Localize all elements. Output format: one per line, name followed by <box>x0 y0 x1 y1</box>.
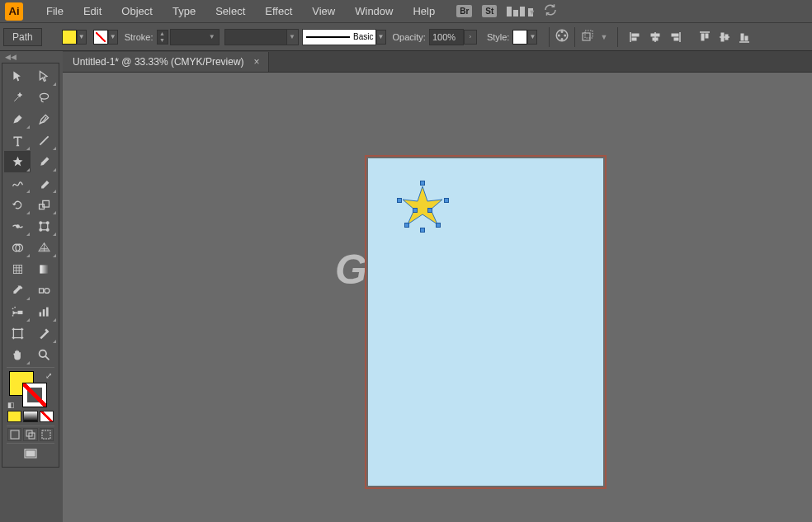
slice-tool[interactable] <box>31 322 57 344</box>
stroke-weight-field[interactable]: ▼ <box>170 29 220 45</box>
variable-width-profile[interactable]: ▼ <box>224 29 299 45</box>
eraser-tool[interactable] <box>31 172 57 194</box>
svg-rect-46 <box>42 309 45 317</box>
paintbrush-tool[interactable] <box>31 151 57 172</box>
stroke-color-box[interactable] <box>22 383 47 407</box>
selection-mode-label[interactable]: Path <box>3 28 42 46</box>
svg-rect-38 <box>40 265 48 273</box>
mesh-tool[interactable] <box>4 258 31 280</box>
stroke-weight-stepper[interactable]: ▲▼ <box>157 30 168 45</box>
column-graph-tool[interactable] <box>31 301 57 322</box>
svg-point-3 <box>564 34 567 36</box>
color-mode-solid[interactable] <box>7 411 21 422</box>
pen-tool[interactable] <box>4 108 31 129</box>
menu-bar: Ai File Edit Object Type Select Effect V… <box>0 0 812 23</box>
fill-dropdown[interactable]: ▼ <box>77 30 87 45</box>
gradient-tool[interactable] <box>31 258 57 280</box>
svg-rect-9 <box>632 38 636 40</box>
align-top-icon[interactable] <box>697 30 712 45</box>
zoom-tool[interactable] <box>31 344 57 365</box>
line-segment-tool[interactable] <box>31 129 57 151</box>
opacity-dropdown[interactable]: › <box>464 30 477 45</box>
shape-builder-tool[interactable] <box>4 237 31 258</box>
type-tool[interactable] <box>4 129 31 151</box>
lasso-tool[interactable] <box>31 87 57 108</box>
align-left-icon[interactable] <box>628 30 643 45</box>
scale-tool[interactable] <box>31 194 57 215</box>
svg-point-32 <box>46 221 49 223</box>
stock-badge[interactable]: St <box>482 5 497 17</box>
eyedropper-tool[interactable] <box>4 280 31 301</box>
perspective-grid-tool[interactable] <box>31 237 57 258</box>
svg-point-43 <box>14 306 16 308</box>
arrange-documents-icon[interactable]: ▼ <box>507 7 533 16</box>
document-tab[interactable]: Untitled-1* @ 33.33% (CMYK/Preview) × <box>63 52 269 72</box>
menu-type[interactable]: Type <box>163 5 205 17</box>
bridge-badge[interactable]: Br <box>456 5 472 17</box>
menu-file[interactable]: File <box>36 5 73 17</box>
stroke-dropdown[interactable]: ▼ <box>108 30 118 45</box>
style-label: Style: <box>487 32 510 42</box>
close-tab-icon[interactable]: × <box>254 56 260 68</box>
free-transform-tool[interactable] <box>31 215 57 237</box>
shaper-tool[interactable] <box>4 172 31 194</box>
color-mode-gradient[interactable] <box>23 411 37 422</box>
color-mode-none[interactable] <box>40 411 54 422</box>
svg-rect-23 <box>741 34 744 40</box>
draw-behind-icon[interactable] <box>23 428 37 441</box>
svg-rect-24 <box>745 36 748 40</box>
color-mode-row <box>7 411 54 422</box>
brush-dropdown[interactable]: ▼ <box>376 30 386 45</box>
svg-rect-8 <box>632 34 639 36</box>
width-tool[interactable] <box>4 215 31 237</box>
canvas[interactable]: G X T 网 system.com <box>63 73 812 522</box>
sync-settings-icon[interactable] <box>543 2 558 21</box>
symbol-sprayer-tool[interactable] <box>4 301 31 322</box>
swap-fill-stroke-icon[interactable]: ⤢ <box>45 371 52 380</box>
star-shape[interactable] <box>399 183 446 233</box>
align-bottom-icon[interactable] <box>737 30 752 45</box>
menu-object[interactable]: Object <box>111 5 163 17</box>
transform-icon[interactable] <box>580 28 595 46</box>
selection-tool[interactable] <box>4 65 31 87</box>
menu-effect[interactable]: Effect <box>255 5 302 17</box>
style-swatch[interactable] <box>512 30 527 45</box>
menu-select[interactable]: Select <box>205 5 255 17</box>
recolor-artwork-icon[interactable] <box>555 28 569 46</box>
align-hcenter-icon[interactable] <box>648 30 663 45</box>
menu-edit[interactable]: Edit <box>73 5 111 17</box>
svg-point-42 <box>12 308 13 309</box>
direct-selection-tool[interactable] <box>31 65 57 87</box>
opacity-field[interactable]: 100% <box>429 29 464 45</box>
stroke-swatch[interactable] <box>93 30 108 45</box>
svg-point-33 <box>39 228 41 231</box>
align-vcenter-icon[interactable] <box>717 30 732 45</box>
menu-help[interactable]: Help <box>403 5 445 17</box>
artboard[interactable] <box>365 155 607 489</box>
svg-rect-18 <box>706 34 708 38</box>
svg-rect-5 <box>583 33 590 40</box>
artboard-tool[interactable] <box>4 322 31 344</box>
style-dropdown[interactable]: ▼ <box>527 30 537 45</box>
screen-mode-icon[interactable] <box>21 447 40 462</box>
menu-view[interactable]: View <box>302 5 345 17</box>
hand-tool[interactable] <box>4 344 31 365</box>
menu-window[interactable]: Window <box>345 5 403 17</box>
svg-point-44 <box>12 314 13 316</box>
draw-inside-icon[interactable] <box>40 428 54 441</box>
panel-collapse-icon[interactable]: ◀◀ <box>2 53 19 61</box>
align-right-icon[interactable] <box>668 30 682 45</box>
tools-panel: ⤢ ◧ <box>2 63 59 468</box>
draw-normal-icon[interactable] <box>7 428 21 441</box>
rotate-tool[interactable] <box>4 194 31 215</box>
svg-rect-51 <box>11 430 19 439</box>
svg-rect-45 <box>39 312 41 316</box>
fill-swatch[interactable] <box>62 30 77 45</box>
blend-tool[interactable] <box>31 280 57 301</box>
curvature-tool[interactable] <box>31 108 57 129</box>
default-fill-stroke-icon[interactable]: ◧ <box>7 401 15 409</box>
magic-wand-tool[interactable] <box>4 87 31 108</box>
brush-definition[interactable]: Basic <box>302 29 376 45</box>
fill-stroke-control[interactable]: ⤢ ◧ <box>7 371 54 407</box>
star-tool[interactable] <box>4 151 31 172</box>
